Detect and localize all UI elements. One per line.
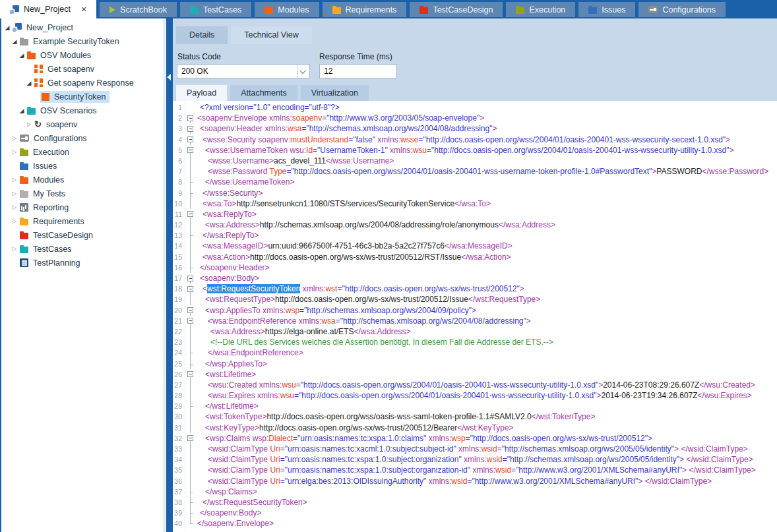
fold-collapse-icon[interactable] (185, 316, 195, 326)
fold-collapse-icon[interactable] (185, 369, 195, 380)
tree-item-execution[interactable]: ▷Execution (1, 145, 166, 159)
app-tab-issues[interactable]: Issues (578, 2, 635, 17)
tree-item-osv-scenarios[interactable]: ◢OSV Scenarios (1, 103, 166, 117)
app-tab-configurations[interactable]: Configurations (638, 2, 726, 17)
fold-collapse-icon[interactable] (185, 305, 195, 316)
code-line-14[interactable]: 14<wsa:MessageID>urn:uuid:9667500f-4751-… (173, 241, 777, 251)
code-line-35[interactable]: 35<wsid:ClaimType Uri="urn:oasis:names:t… (173, 465, 777, 475)
expand-arrow-icon[interactable]: ▷ (25, 121, 33, 127)
expand-arrow-icon[interactable]: ▷ (11, 177, 18, 183)
code-line-16[interactable]: 16</soapenv:Header> (173, 262, 777, 273)
tree-item-get-soapenv-response[interactable]: ◢Get soapenv Response (1, 76, 166, 90)
code-line-6[interactable]: 6<wsse:Username>acs_devel_111</wsse:User… (173, 156, 777, 166)
code-line-22[interactable]: 22<wsa:Address>https://elga-online.at/ET… (173, 326, 777, 337)
code-line-11[interactable]: 11<wsa:ReplyTo> (173, 209, 777, 220)
tree-item-testcases[interactable]: ▷TestCases (1, 242, 166, 256)
xml-payload-editor[interactable]: 1<?xml version="1.0" encoding="utf-8"?>2… (173, 101, 777, 532)
tree-item-configurations[interactable]: ▷Configurations (1, 131, 166, 145)
close-tab-icon[interactable]: × (81, 5, 86, 13)
code-line-3[interactable]: 3<soapenv:Header xmlns:wsa="http://schem… (173, 123, 777, 134)
tree-item-new-project[interactable]: ◢New_Project (1, 20, 166, 34)
app-tab-execution[interactable]: Execution (506, 2, 575, 17)
code-line-2[interactable]: 2<soapenv:Envelope xmlns:soapenv="http:/… (173, 113, 777, 123)
code-line-39[interactable]: 39</soapenv:Body> (173, 508, 777, 518)
expand-arrow-icon[interactable]: ▷ (11, 149, 18, 155)
code-line-18[interactable]: 18<wst:RequestSecurityToken xmlns:wst="h… (173, 283, 777, 294)
fold-collapse-icon[interactable] (185, 134, 195, 145)
tab-attachments[interactable]: Attachments (230, 85, 297, 101)
app-tab-modules[interactable]: Modules (255, 2, 319, 17)
tree-item-modules[interactable]: ▷Modules (1, 173, 166, 187)
expand-arrow-icon[interactable]: ▷ (11, 204, 18, 210)
code-line-19[interactable]: 19<wst:RequestType>http://docs.oasis-ope… (173, 294, 777, 305)
tab-technical-view[interactable]: Technical View (231, 26, 311, 44)
code-line-33[interactable]: 33<wsid:ClaimType Uri="urn:oasis:names:t… (173, 444, 777, 454)
tab-details[interactable]: Details (176, 26, 228, 44)
code-line-21[interactable]: 21<wsa:EndpointReference xmlns:wsa="http… (173, 316, 777, 326)
code-line-10[interactable]: 10<wsa:To>http://sensetrunkcn1:1080/STS/… (173, 198, 777, 209)
code-line-23[interactable]: 23<!--Die URL des Services welches die A… (173, 337, 777, 347)
sidebar-splitter[interactable] (166, 18, 173, 532)
tree-item-requirements[interactable]: ▷Requirements (1, 214, 166, 228)
app-tab-testcasedesign[interactable]: TestCaseDesign (410, 2, 503, 17)
tree-item-soapenv[interactable]: ▷↻soapenv (1, 117, 166, 131)
expand-arrow-icon[interactable]: ▷ (11, 218, 18, 224)
tree-item-testplanning[interactable]: TestPlanning (1, 256, 166, 270)
fold-collapse-icon[interactable] (185, 273, 195, 283)
code-line-7[interactable]: 7<wsse:Password Type="http://docs.oasis-… (173, 166, 777, 177)
code-line-24[interactable]: 24</wsa:EndpointReference> (173, 347, 777, 358)
code-line-20[interactable]: 20<wsp:AppliesTo xmlns:wsp="http://schem… (173, 305, 777, 316)
code-line-4[interactable]: 4<wsse:Security soapenv:mustUnderstand="… (173, 134, 777, 145)
collapse-arrow-icon[interactable]: ◢ (11, 38, 18, 45)
code-line-28[interactable]: 28<wsu:Expires xmlns:wsu="http://docs.oa… (173, 390, 777, 401)
chevron-down-icon[interactable] (297, 65, 309, 78)
app-tab-scratchbook[interactable]: ScratchBook (100, 2, 177, 17)
tree-item-testcasedesign[interactable]: TestCaseDesign (1, 228, 166, 242)
fold-collapse-icon[interactable] (185, 433, 195, 444)
app-tab-testcases[interactable]: TestCases (180, 2, 251, 17)
collapse-arrow-icon[interactable]: ◢ (18, 52, 26, 59)
tree-item-get-soapenv[interactable]: Get soapenv (1, 62, 166, 76)
code-line-9[interactable]: 9</wsse:Security> (173, 188, 777, 198)
code-line-12[interactable]: 12<wsa:Address>http://schemas.xmlsoap.or… (173, 220, 777, 230)
code-line-37[interactable]: 37</wsp:Claims> (173, 487, 777, 497)
code-line-32[interactable]: 32<wsp:Claims wsp:Dialect="urn:oasis:nam… (173, 433, 777, 444)
expand-arrow-icon[interactable]: ▷ (11, 246, 18, 252)
code-line-25[interactable]: 25</wsp:AppliesTo> (173, 359, 777, 369)
tree-item-reporting[interactable]: ▷Reporting (1, 200, 166, 214)
response-time-input[interactable] (319, 64, 397, 78)
collapse-sidebar-icon[interactable] (167, 74, 171, 80)
code-line-13[interactable]: 13</wsa:ReplyTo> (173, 230, 777, 241)
code-line-5[interactable]: 5<wsse:UsernameToken wsu:Id="UsernameTok… (173, 145, 777, 156)
tree-item-example-securitytoken[interactable]: ◢Example SecurityToken (1, 34, 166, 48)
tree-item-my-tests[interactable]: ▷My Tests (1, 187, 166, 200)
tab-payload[interactable]: Payload (176, 85, 227, 101)
fold-collapse-icon[interactable] (185, 283, 195, 294)
expand-arrow-icon[interactable]: ▷ (11, 135, 18, 141)
code-line-27[interactable]: 27<wsu:Created xmlns:wsu="http://docs.oa… (173, 380, 777, 390)
tree-item-securitytoken[interactable]: SecurityToken (1, 90, 166, 103)
app-tab-requirements[interactable]: Requirements (323, 2, 407, 17)
expand-arrow-icon[interactable]: ▷ (11, 191, 18, 196)
code-line-34[interactable]: 34<wsid:ClaimType Uri="urn:oasis:names:t… (173, 454, 777, 465)
code-line-30[interactable]: 30<wst:TokenType>http://docs.oasis-open.… (173, 411, 777, 422)
collapse-arrow-icon[interactable]: ◢ (18, 107, 26, 114)
code-line-38[interactable]: 38</wst:RequestSecurityToken> (173, 497, 777, 508)
fold-collapse-icon[interactable] (185, 123, 195, 134)
tree-item-issues[interactable]: Issues (1, 159, 166, 173)
code-line-17[interactable]: 17<soapenv:Body> (173, 273, 777, 283)
fold-collapse-icon[interactable] (185, 113, 195, 123)
code-line-36[interactable]: 36<wsid:ClaimType Uri="urn:elga:bes:2013… (173, 476, 777, 487)
tab-virtualization[interactable]: Virtualization (301, 85, 369, 101)
fold-collapse-icon[interactable] (185, 145, 195, 156)
code-line-8[interactable]: 8</wsse:UsernameToken> (173, 177, 777, 187)
collapse-arrow-icon[interactable]: ◢ (25, 80, 33, 86)
code-line-15[interactable]: 15<wsa:Action>http://docs.oasis-open.org… (173, 252, 777, 262)
code-line-26[interactable]: 26<wst:Lifetime> (173, 369, 777, 380)
tree-item-osv-modules[interactable]: ◢OSV Modules (1, 48, 166, 62)
code-line-31[interactable]: 31<wst:KeyType>http://docs.oasis-open.or… (173, 423, 777, 433)
code-line-40[interactable]: 40</soapenv:Envelope> (173, 518, 777, 529)
app-tab-new-project[interactable]: New_Project× (0, 0, 96, 18)
code-line-29[interactable]: 29</wst:Lifetime> (173, 401, 777, 411)
status-code-select[interactable]: 200 OK (177, 64, 310, 78)
